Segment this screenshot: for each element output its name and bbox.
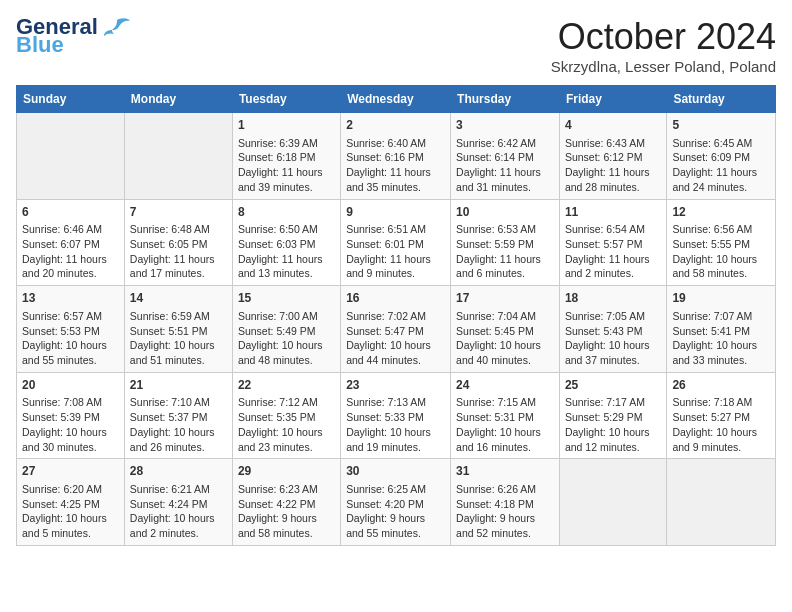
day-number: 19 bbox=[672, 290, 770, 307]
calendar-cell: 1Sunrise: 6:39 AMSunset: 6:18 PMDaylight… bbox=[232, 113, 340, 200]
calendar-cell: 13Sunrise: 6:57 AMSunset: 5:53 PMDayligh… bbox=[17, 286, 125, 373]
day-number: 21 bbox=[130, 377, 227, 394]
day-info: Sunrise: 6:25 AMSunset: 4:20 PMDaylight:… bbox=[346, 482, 445, 541]
calendar-cell bbox=[667, 459, 776, 546]
day-info: Sunrise: 7:07 AMSunset: 5:41 PMDaylight:… bbox=[672, 309, 770, 368]
day-number: 26 bbox=[672, 377, 770, 394]
day-info: Sunrise: 6:40 AMSunset: 6:16 PMDaylight:… bbox=[346, 136, 445, 195]
day-info: Sunrise: 6:48 AMSunset: 6:05 PMDaylight:… bbox=[130, 222, 227, 281]
day-number: 17 bbox=[456, 290, 554, 307]
day-number: 16 bbox=[346, 290, 445, 307]
header-monday: Monday bbox=[124, 86, 232, 113]
day-number: 7 bbox=[130, 204, 227, 221]
day-number: 18 bbox=[565, 290, 661, 307]
calendar-table: SundayMondayTuesdayWednesdayThursdayFrid… bbox=[16, 85, 776, 546]
header-row: SundayMondayTuesdayWednesdayThursdayFrid… bbox=[17, 86, 776, 113]
header-sunday: Sunday bbox=[17, 86, 125, 113]
calendar-cell: 21Sunrise: 7:10 AMSunset: 5:37 PMDayligh… bbox=[124, 372, 232, 459]
calendar-cell: 2Sunrise: 6:40 AMSunset: 6:16 PMDaylight… bbox=[341, 113, 451, 200]
day-number: 20 bbox=[22, 377, 119, 394]
logo-blue: Blue bbox=[16, 34, 98, 56]
day-info: Sunrise: 6:46 AMSunset: 6:07 PMDaylight:… bbox=[22, 222, 119, 281]
day-number: 28 bbox=[130, 463, 227, 480]
day-info: Sunrise: 7:18 AMSunset: 5:27 PMDaylight:… bbox=[672, 395, 770, 454]
calendar-cell: 4Sunrise: 6:43 AMSunset: 6:12 PMDaylight… bbox=[559, 113, 666, 200]
day-number: 15 bbox=[238, 290, 335, 307]
week-row-1: 1Sunrise: 6:39 AMSunset: 6:18 PMDaylight… bbox=[17, 113, 776, 200]
day-number: 23 bbox=[346, 377, 445, 394]
calendar-cell: 25Sunrise: 7:17 AMSunset: 5:29 PMDayligh… bbox=[559, 372, 666, 459]
day-info: Sunrise: 6:26 AMSunset: 4:18 PMDaylight:… bbox=[456, 482, 554, 541]
calendar-cell: 10Sunrise: 6:53 AMSunset: 5:59 PMDayligh… bbox=[451, 199, 560, 286]
day-info: Sunrise: 6:59 AMSunset: 5:51 PMDaylight:… bbox=[130, 309, 227, 368]
day-info: Sunrise: 6:57 AMSunset: 5:53 PMDaylight:… bbox=[22, 309, 119, 368]
day-info: Sunrise: 6:53 AMSunset: 5:59 PMDaylight:… bbox=[456, 222, 554, 281]
day-number: 13 bbox=[22, 290, 119, 307]
day-info: Sunrise: 6:21 AMSunset: 4:24 PMDaylight:… bbox=[130, 482, 227, 541]
calendar-cell: 5Sunrise: 6:45 AMSunset: 6:09 PMDaylight… bbox=[667, 113, 776, 200]
day-number: 6 bbox=[22, 204, 119, 221]
calendar-cell: 19Sunrise: 7:07 AMSunset: 5:41 PMDayligh… bbox=[667, 286, 776, 373]
day-info: Sunrise: 7:10 AMSunset: 5:37 PMDaylight:… bbox=[130, 395, 227, 454]
day-number: 25 bbox=[565, 377, 661, 394]
day-info: Sunrise: 7:15 AMSunset: 5:31 PMDaylight:… bbox=[456, 395, 554, 454]
calendar-body: 1Sunrise: 6:39 AMSunset: 6:18 PMDaylight… bbox=[17, 113, 776, 546]
day-info: Sunrise: 6:56 AMSunset: 5:55 PMDaylight:… bbox=[672, 222, 770, 281]
day-info: Sunrise: 7:08 AMSunset: 5:39 PMDaylight:… bbox=[22, 395, 119, 454]
day-info: Sunrise: 6:39 AMSunset: 6:18 PMDaylight:… bbox=[238, 136, 335, 195]
calendar-cell: 23Sunrise: 7:13 AMSunset: 5:33 PMDayligh… bbox=[341, 372, 451, 459]
day-number: 22 bbox=[238, 377, 335, 394]
day-number: 8 bbox=[238, 204, 335, 221]
week-row-3: 13Sunrise: 6:57 AMSunset: 5:53 PMDayligh… bbox=[17, 286, 776, 373]
week-row-4: 20Sunrise: 7:08 AMSunset: 5:39 PMDayligh… bbox=[17, 372, 776, 459]
day-number: 3 bbox=[456, 117, 554, 134]
day-number: 10 bbox=[456, 204, 554, 221]
header-tuesday: Tuesday bbox=[232, 86, 340, 113]
calendar-header: SundayMondayTuesdayWednesdayThursdayFrid… bbox=[17, 86, 776, 113]
calendar-cell: 24Sunrise: 7:15 AMSunset: 5:31 PMDayligh… bbox=[451, 372, 560, 459]
calendar-cell bbox=[124, 113, 232, 200]
logo-bird-icon bbox=[102, 16, 132, 44]
calendar-cell bbox=[17, 113, 125, 200]
calendar-cell: 27Sunrise: 6:20 AMSunset: 4:25 PMDayligh… bbox=[17, 459, 125, 546]
day-number: 1 bbox=[238, 117, 335, 134]
calendar-cell: 7Sunrise: 6:48 AMSunset: 6:05 PMDaylight… bbox=[124, 199, 232, 286]
day-number: 11 bbox=[565, 204, 661, 221]
month-title: October 2024 bbox=[551, 16, 776, 58]
calendar-cell: 22Sunrise: 7:12 AMSunset: 5:35 PMDayligh… bbox=[232, 372, 340, 459]
header-friday: Friday bbox=[559, 86, 666, 113]
location-subtitle: Skrzydlna, Lesser Poland, Poland bbox=[551, 58, 776, 75]
logo: General Blue bbox=[16, 16, 132, 56]
day-info: Sunrise: 7:17 AMSunset: 5:29 PMDaylight:… bbox=[565, 395, 661, 454]
calendar-cell: 26Sunrise: 7:18 AMSunset: 5:27 PMDayligh… bbox=[667, 372, 776, 459]
calendar-cell: 9Sunrise: 6:51 AMSunset: 6:01 PMDaylight… bbox=[341, 199, 451, 286]
day-info: Sunrise: 6:50 AMSunset: 6:03 PMDaylight:… bbox=[238, 222, 335, 281]
header-wednesday: Wednesday bbox=[341, 86, 451, 113]
day-number: 24 bbox=[456, 377, 554, 394]
day-info: Sunrise: 6:45 AMSunset: 6:09 PMDaylight:… bbox=[672, 136, 770, 195]
day-number: 29 bbox=[238, 463, 335, 480]
calendar-cell: 11Sunrise: 6:54 AMSunset: 5:57 PMDayligh… bbox=[559, 199, 666, 286]
day-info: Sunrise: 6:51 AMSunset: 6:01 PMDaylight:… bbox=[346, 222, 445, 281]
week-row-2: 6Sunrise: 6:46 AMSunset: 6:07 PMDaylight… bbox=[17, 199, 776, 286]
calendar-cell: 29Sunrise: 6:23 AMSunset: 4:22 PMDayligh… bbox=[232, 459, 340, 546]
calendar-cell: 8Sunrise: 6:50 AMSunset: 6:03 PMDaylight… bbox=[232, 199, 340, 286]
day-number: 31 bbox=[456, 463, 554, 480]
day-number: 27 bbox=[22, 463, 119, 480]
day-number: 12 bbox=[672, 204, 770, 221]
calendar-cell: 28Sunrise: 6:21 AMSunset: 4:24 PMDayligh… bbox=[124, 459, 232, 546]
calendar-cell: 18Sunrise: 7:05 AMSunset: 5:43 PMDayligh… bbox=[559, 286, 666, 373]
calendar-cell: 12Sunrise: 6:56 AMSunset: 5:55 PMDayligh… bbox=[667, 199, 776, 286]
calendar-cell: 31Sunrise: 6:26 AMSunset: 4:18 PMDayligh… bbox=[451, 459, 560, 546]
day-number: 2 bbox=[346, 117, 445, 134]
day-info: Sunrise: 7:12 AMSunset: 5:35 PMDaylight:… bbox=[238, 395, 335, 454]
day-info: Sunrise: 7:04 AMSunset: 5:45 PMDaylight:… bbox=[456, 309, 554, 368]
day-number: 9 bbox=[346, 204, 445, 221]
day-info: Sunrise: 6:23 AMSunset: 4:22 PMDaylight:… bbox=[238, 482, 335, 541]
day-number: 5 bbox=[672, 117, 770, 134]
day-info: Sunrise: 6:54 AMSunset: 5:57 PMDaylight:… bbox=[565, 222, 661, 281]
calendar-cell: 17Sunrise: 7:04 AMSunset: 5:45 PMDayligh… bbox=[451, 286, 560, 373]
calendar-cell: 16Sunrise: 7:02 AMSunset: 5:47 PMDayligh… bbox=[341, 286, 451, 373]
calendar-cell: 3Sunrise: 6:42 AMSunset: 6:14 PMDaylight… bbox=[451, 113, 560, 200]
day-info: Sunrise: 7:13 AMSunset: 5:33 PMDaylight:… bbox=[346, 395, 445, 454]
